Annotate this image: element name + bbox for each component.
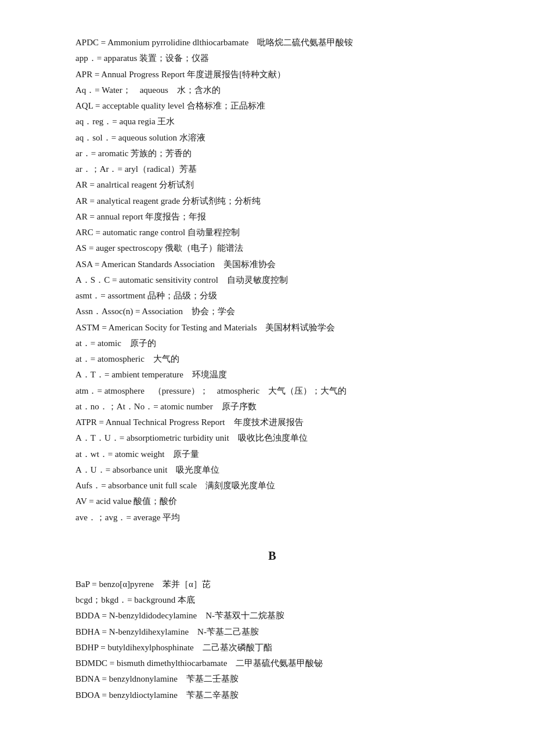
list-item: atm．= atmosphere （pressure）； atmospheric… — [75, 383, 470, 398]
list-item: BDDA = N-benzyldidodecylamine N-苄基双十二烷基胺 — [75, 608, 470, 623]
list-item: AR = analrtical reagent 分析试剂 — [75, 177, 470, 192]
list-item: ARC = automatic range control 自动量程控制 — [75, 225, 470, 240]
list-item: BDNA = benzyldnonylamine 苄基二壬基胺 — [75, 671, 470, 686]
list-item: AS = auger spectroscopy 俄歇（电子）能谱法 — [75, 240, 470, 255]
list-item: APDC = Ammonium pyrrolidine dlthiocarbam… — [75, 35, 470, 50]
list-item: at．= atomic 原子的 — [75, 336, 470, 351]
list-item: AR = annual report 年度报告；年报 — [75, 209, 470, 224]
list-item: ave．；avg．= average 平均 — [75, 510, 470, 525]
list-item: BDOA = benzyldioctylamine 苄基二辛基胺 — [75, 687, 470, 703]
list-item: at．wt．= atomic weight 原子量 — [75, 447, 470, 462]
entries-section-b: BaP = benzo[α]pyrene 苯并［α］芘bcgd；bkgd．= b… — [75, 577, 470, 703]
list-item: at．= atomospheric 大气的 — [75, 351, 470, 366]
list-item: ar．；Ar．= aryl（radical）芳基 — [75, 161, 470, 177]
list-item: BDHA = N-benzyldihexylamine N-苄基二己基胺 — [75, 624, 470, 639]
list-item: bcgd；bkgd．= background 本底 — [75, 592, 470, 607]
list-item: A．S．C = automatic sensitivity control 自动… — [75, 272, 470, 287]
list-item: asmt．= assortment 品种；品级；分级 — [75, 288, 470, 303]
list-item: A．T．= ambient temperature 环境温度 — [75, 367, 470, 382]
list-item: ASA = American Standards Association 美国标… — [75, 257, 470, 272]
list-item: Aq．= Water； aqueous 水；含水的 — [75, 82, 470, 98]
list-item: AR = analytical reagent grade 分析试剂纯；分析纯 — [75, 193, 470, 208]
list-item: at．no．；At．No．= atomic number 原子序数 — [75, 399, 470, 414]
list-item: A．U．= absorbance unit 吸光度单位 — [75, 462, 470, 477]
list-item: AV = acid value 酸值；酸价 — [75, 494, 470, 509]
list-item: AQL = acceptable quality level 合格标准；正品标准 — [75, 98, 470, 113]
list-item: BaP = benzo[α]pyrene 苯并［α］芘 — [75, 577, 470, 592]
list-item: ar．= aromatic 芳族的；芳香的 — [75, 146, 470, 161]
list-item: Assn．Assoc(n) = Association 协会；学会 — [75, 304, 470, 319]
entries-section-a: APDC = Ammonium pyrrolidine dlthiocarbam… — [75, 35, 470, 525]
list-item: aq．sol．= aqueous solution 水溶液 — [75, 130, 470, 145]
list-item: APR = Annual Progress Report 年度进展报告[特种文献… — [75, 67, 470, 82]
main-content: APDC = Ammonium pyrrolidine dlthiocarbam… — [75, 35, 470, 703]
list-item: A．T．U．= absorptiometric turbidity unit 吸… — [75, 430, 470, 445]
list-item: BDHP = butyldihexylphosphinate 二己基次磷酸丁酯 — [75, 640, 470, 655]
list-item: Aufs．= absorbance unit full scale 满刻度吸光度… — [75, 478, 470, 493]
section-b-header: B — [75, 546, 470, 566]
list-item: aq．reg．= aqua regia 王水 — [75, 114, 470, 129]
list-item: ASTM = American Socity for Testing and M… — [75, 320, 470, 335]
list-item: ATPR = Annual Technical Progress Report … — [75, 415, 470, 430]
list-item: BDMDC = bismuth dimethylthiocarbamate 二甲… — [75, 656, 470, 671]
list-item: app．= apparatus 装置；设备；仪器 — [75, 51, 470, 66]
